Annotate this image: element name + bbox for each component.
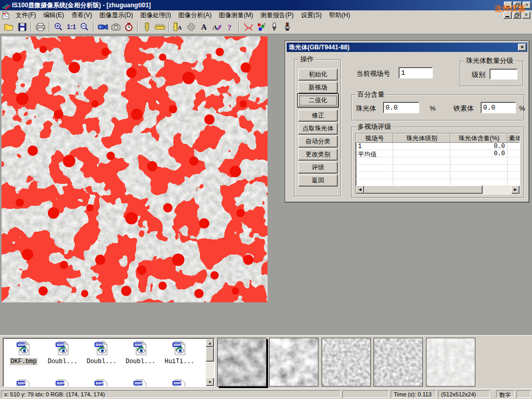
print-button[interactable] [34,21,47,33]
menu-bar: 文件(F) 编辑(E) 查看(V) 图像显示(D) 图像处理(I) 图像分析(A… [0,10,532,20]
col-field-no[interactable]: 视场号 [356,134,393,143]
bmp-file-icon: BMP [55,340,71,356]
help-icon: ? [227,23,233,31]
video-capture-button[interactable] [96,21,109,33]
scrollbar-track[interactable] [483,185,511,194]
thumbnail-2[interactable] [269,338,318,387]
cell [450,172,508,179]
open-button[interactable] [3,21,16,33]
dialog-title: 珠光体(GB/T9441-88) [289,43,350,52]
menu-measure-report[interactable]: 测量报告(P) [257,10,297,20]
col-ferrite-content[interactable]: 铁素体含量(%) [508,134,520,143]
file-name[interactable]: Doubl... [86,358,117,365]
file-item[interactable]: BMP Doubl... [43,339,82,365]
scroll-left-button[interactable]: ◀ [356,185,364,194]
dialog-close-button[interactable]: × [518,44,526,51]
curve-tool-button[interactable] [242,21,255,33]
brush-button[interactable] [281,21,294,33]
menu-edit[interactable]: 编辑(E) [39,10,68,20]
file-item[interactable]: BMP Doubl... [121,339,160,365]
zoom-in-icon [54,22,63,31]
file-item[interactable]: BMP [160,378,199,387]
file-item[interactable]: BMP HuiTi... [160,339,199,365]
actual-size-button[interactable]: 1:1 [65,21,78,33]
current-field-input[interactable] [398,67,433,78]
measure-text-button[interactable]: A [171,21,184,33]
file-item[interactable]: BMP [121,378,160,387]
menu-image-process[interactable]: 图像处理(I) [137,10,175,20]
init-button[interactable]: 初始化 [298,69,338,81]
pick-pearlite-button[interactable]: 点取珠光体 [298,123,338,135]
file-list-scrollbar[interactable]: ▲ ▼ [206,339,214,386]
ferrite-percent-input[interactable] [481,102,516,113]
scroll-right-button[interactable]: ▶ [511,185,520,194]
table-row[interactable] [356,165,520,172]
menu-view[interactable]: 查看(V) [68,10,96,20]
grade-button[interactable]: 评级 [298,162,338,174]
binarize-button[interactable]: 二值化 [297,94,339,108]
pattern-cross-button[interactable] [184,21,197,33]
menu-settings[interactable]: 设置(S) [297,10,325,20]
file-item[interactable]: BMP DKF.bmp [4,339,43,365]
file-item[interactable]: BMP [4,378,43,387]
scroll-down-button[interactable]: ▼ [206,378,214,386]
menu-help[interactable]: 帮助(H) [325,10,354,20]
count-points-button[interactable]: 123 [255,21,268,33]
thumbnail-4[interactable] [374,338,423,387]
thumbnail-1[interactable] [217,338,267,387]
table-row[interactable]: 平均值 0.0 [356,150,520,157]
thumbnail-5[interactable] [426,338,475,387]
annotate-edit-button[interactable]: A [210,21,223,33]
help-button[interactable]: ? [223,21,236,33]
zoom-out-button[interactable] [78,21,91,33]
ruler-button[interactable] [153,21,166,33]
snapshot-button[interactable] [109,21,122,33]
dialog-title-bar[interactable]: 珠光体(GB/T9441-88) × [287,43,527,52]
timer-button[interactable] [122,21,135,33]
zoom-out-icon [80,22,89,31]
scrollbar-thumb[interactable] [206,347,214,362]
toolbar-separator [238,22,240,32]
cell [450,157,508,164]
file-name[interactable]: Doubl... [47,358,78,365]
grading-table[interactable]: 视场号 珠光体级别 珠光体含量(%) 铁素体含量(%) 1 0.0 平均值 0.… [355,133,520,194]
micrograph-image[interactable] [2,36,268,302]
file-name[interactable]: DKF.bmp [10,358,37,365]
table-row[interactable] [356,157,520,165]
pen-button[interactable] [268,21,281,33]
zoom-in-button[interactable] [52,21,65,33]
level-input[interactable] [489,69,517,79]
auto-classify-button[interactable]: 自动分类 [298,136,338,148]
new-field-button[interactable]: 新视场 [298,82,338,94]
change-class-button[interactable]: 更改类别 [298,149,338,161]
status-mode: 数字 [496,390,515,398]
file-item[interactable]: BMP [82,378,121,387]
caliper-icon [143,22,151,31]
correct-button[interactable]: 修正 [298,110,338,122]
return-button[interactable]: 返回 [298,175,338,187]
document-icon [2,11,10,19]
menu-image-analysis[interactable]: 图像分析(A) [175,10,215,20]
col-pearlite-level[interactable]: 珠光体级别 [393,134,450,143]
pearlite-percent-input[interactable] [383,102,419,113]
menu-image-display[interactable]: 图像显示(D) [96,10,137,20]
file-list[interactable]: BMP DKF.bmp BMP Doubl... BMP Doubl... BM… [3,338,215,387]
grading-group: 珠光体数量分级 级别 [460,61,523,86]
menu-file[interactable]: 文件(F) [12,10,39,20]
scrollbar-thumb[interactable] [364,185,483,194]
file-item[interactable]: BMP [43,378,82,387]
text-button[interactable]: A [197,21,210,33]
table-row[interactable]: 1 0.0 [356,143,520,150]
table-horizontal-scrollbar[interactable]: ◀ ▶ [356,185,520,194]
thumbnail-3[interactable] [322,338,371,387]
file-name[interactable]: Doubl... [125,358,156,365]
file-item[interactable]: BMP Doubl... [82,339,121,365]
caliper-button[interactable] [140,21,153,33]
save-button[interactable] [16,21,29,33]
scroll-up-button[interactable]: ▲ [206,339,214,347]
grading-group-label: 珠光体数量分级 [464,57,515,64]
menu-image-measure[interactable]: 图像测量(M) [215,10,257,20]
col-pearlite-content[interactable]: 珠光体含量(%) [450,134,508,143]
table-row[interactable] [356,172,520,179]
file-name[interactable]: HuiTi... [164,358,195,365]
